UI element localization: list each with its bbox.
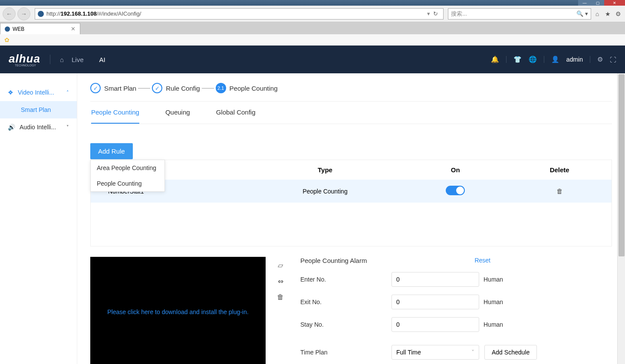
sidebar-item-video-intelli[interactable]: ❖ Video Intelli... ˄ [0,84,77,101]
header-divider [50,55,50,64]
logo: alhua TECHNOLOGY [9,52,40,67]
step-connector [138,88,150,89]
gear-icon[interactable]: ⚙ [597,56,603,63]
url-bar[interactable]: http://192.168.1.108/#/index/AIConfig/ ▾… [35,8,444,20]
favorites-icon[interactable]: ★ [603,10,612,17]
video-preview[interactable]: Please click here to download and instal… [90,257,266,364]
plugin-install-link[interactable]: Please click here to download and instal… [107,308,248,315]
divider [506,56,507,63]
add-rule-dropdown: Area People Counting People Counting [90,160,165,192]
label-time-plan: Time Plan [300,349,391,356]
tab-favicon-icon [5,26,10,32]
browser-search-bar[interactable]: 搜索... 🔍 ▾ [448,8,591,20]
header-right: 🔔 👕 🌐 👤 admin ⚙ ⛶ [491,56,616,63]
reset-link[interactable]: Reset [474,257,490,264]
window-close-button[interactable]: ✕ [604,0,625,6]
step-label: Smart Plan [104,85,136,92]
dropdown-chevron-icon[interactable]: ▾ [427,10,430,17]
select-value: Full Time [396,349,421,356]
tab-people-counting[interactable]: People Counting [91,102,139,124]
trash-icon[interactable]: 🗑 [277,293,284,301]
col-on: On [403,160,507,180]
cube-icon: ❖ [8,89,13,96]
search-placeholder: 搜索... [451,10,467,18]
divider [544,56,544,63]
rule-area: Add Rule Area People Counting People Cou… [90,143,612,246]
content: ✓ Smart Plan ✓ Rule Config 2.1 People Co… [77,73,625,364]
tab-queuing[interactable]: Queuing [165,102,190,124]
form-title: People Counting Alarm [300,257,367,264]
vertical-scrollbar[interactable] [617,73,625,364]
audio-icon: 🔊 [8,124,15,131]
shirt-icon[interactable]: 👕 [513,56,522,63]
add-schedule-button[interactable]: Add Schedule [484,345,537,360]
browser-tab-strip: WEB ✕ [0,22,625,34]
sidebar: ❖ Video Intelli... ˄ Smart Plan 🔊 Audio … [0,73,77,364]
step-rule-config[interactable]: ✓ Rule Config [152,83,200,93]
step-label: People Counting [230,85,278,92]
forward-button[interactable]: → [17,7,30,20]
form-row-time-plan: Time Plan Full Time ˅ Add Schedule [300,345,612,360]
trash-icon[interactable]: 🗑 [556,187,563,195]
chevron-up-icon: ˄ [66,90,69,95]
home-nav-icon[interactable]: ⌂ [60,56,64,63]
window-minimize-button[interactable]: — [578,0,591,6]
move-icon[interactable]: ⇔ [278,277,283,285]
user-label[interactable]: admin [566,56,583,63]
window-maximize-button[interactable]: ▢ [591,0,604,6]
bookmark-star-icon[interactable]: ✿ [4,36,10,43]
browser-tab[interactable]: WEB ✕ [0,23,80,34]
step-label: Rule Config [166,85,200,92]
chevron-down-icon: ˅ [471,349,474,356]
form-row-stay: Stay No. Human [300,317,612,332]
dropdown-item-people-counting[interactable]: People Counting [91,176,164,191]
divider [590,56,590,63]
settings-gear-icon[interactable]: ⚙ [614,10,622,17]
table-row[interactable]: NumberStat1 People Counting 🗑 [91,180,612,203]
unit-human: Human [484,298,503,305]
input-stay-no[interactable] [391,317,479,332]
refresh-button[interactable]: ↻ [430,10,441,17]
site-favicon-icon [38,11,44,17]
fullscreen-icon[interactable]: ⛶ [610,56,616,63]
step-badge: 2.1 [216,83,226,93]
sidebar-sub-smart-plan[interactable]: Smart Plan [0,101,77,118]
bell-icon[interactable]: 🔔 [491,56,499,63]
chevron-down-icon: ˅ [66,125,69,130]
select-time-plan[interactable]: Full Time ˅ [391,345,479,360]
nav-live[interactable]: Live [64,56,92,63]
sidebar-item-audio-intelli[interactable]: 🔊 Audio Intelli... ˅ [0,118,77,136]
dropdown-item-area-people-counting[interactable]: Area People Counting [91,160,164,176]
step-smart-plan[interactable]: ✓ Smart Plan [90,83,136,93]
sidebar-label: Video Intelli... [18,89,54,96]
label-enter-no: Enter No. [300,276,391,283]
home-icon[interactable]: ⌂ [593,10,602,17]
breadcrumb-steps: ✓ Smart Plan ✓ Rule Config 2.1 People Co… [90,73,612,102]
scrollbar-thumb[interactable] [618,74,625,256]
bookmark-bar: ✿ [0,34,625,46]
tab-title: WEB [13,26,24,32]
add-rule-button[interactable]: Add Rule [90,143,133,159]
search-icon[interactable]: 🔍 ▾ [576,10,588,17]
col-type: Type [247,160,403,180]
cell-type: People Counting [247,180,403,203]
cell-delete: 🗑 [507,180,612,203]
step-connector [202,88,214,89]
step-people-counting[interactable]: 2.1 People Counting [216,83,278,93]
check-icon: ✓ [152,83,162,93]
table-spacer [91,203,612,246]
polygon-icon[interactable]: ▱ [278,261,283,269]
check-icon: ✓ [90,83,101,93]
tab-global-config[interactable]: Global Config [216,102,256,124]
back-button[interactable]: ← [3,7,16,20]
tab-close-icon[interactable]: ✕ [71,26,76,32]
app-header: alhua TECHNOLOGY ⌂ Live AI 🔔 👕 🌐 👤 admin… [0,46,625,73]
toggle-on[interactable] [446,186,465,195]
label-stay-no: Stay No. [300,321,391,328]
form-row-exit: Exit No. Human [300,295,612,309]
globe-icon[interactable]: 🌐 [529,56,537,63]
sub-tabs: People Counting Queuing Global Config [90,102,612,124]
nav-ai[interactable]: AI [92,56,113,63]
input-enter-no[interactable] [391,272,479,287]
input-exit-no[interactable] [391,295,479,309]
